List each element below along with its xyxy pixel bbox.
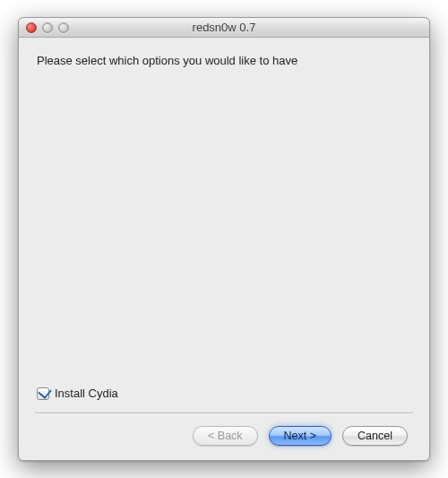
- button-row: < Back Next > Cancel: [37, 426, 411, 449]
- checkbox-install-cydia[interactable]: [37, 387, 49, 400]
- minimize-icon[interactable]: [42, 22, 53, 33]
- traffic-lights: [26, 22, 69, 33]
- options-group: Install Cydia: [37, 387, 411, 400]
- close-icon[interactable]: [26, 22, 37, 33]
- zoom-icon[interactable]: [58, 22, 69, 33]
- next-button[interactable]: Next >: [269, 426, 332, 446]
- content-area: Please select which options you would li…: [19, 38, 429, 460]
- back-button: < Back: [193, 426, 258, 446]
- instruction-text: Please select which options you would li…: [37, 54, 411, 67]
- option-install-cydia[interactable]: Install Cydia: [37, 387, 411, 400]
- window-title: redsn0w 0.7: [19, 21, 429, 34]
- app-window: redsn0w 0.7 Please select which options …: [18, 17, 430, 461]
- titlebar: redsn0w 0.7: [19, 18, 429, 38]
- separator: [35, 413, 413, 413]
- checkbox-label: Install Cydia: [55, 387, 118, 400]
- cancel-button[interactable]: Cancel: [342, 426, 408, 446]
- spacer: [37, 67, 411, 387]
